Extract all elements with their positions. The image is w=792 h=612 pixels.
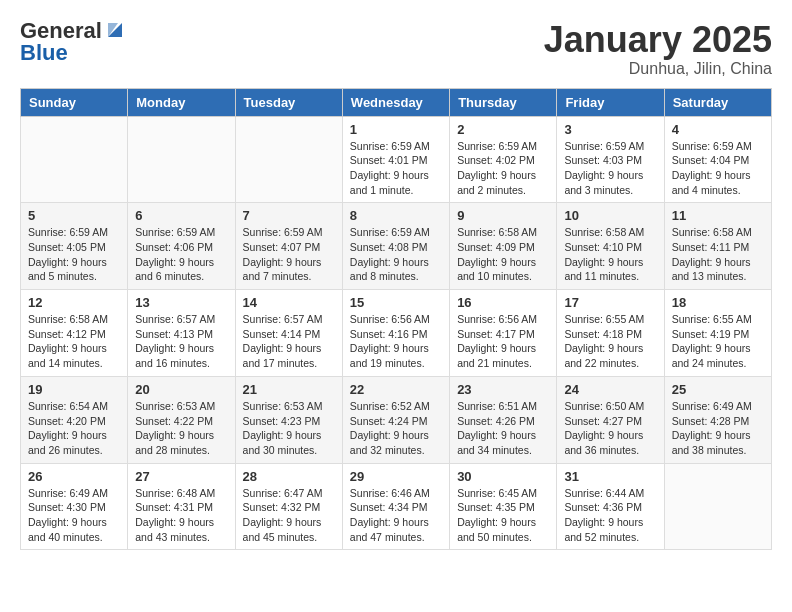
day-info: Sunrise: 6:57 AM Sunset: 4:13 PM Dayligh… (135, 312, 227, 371)
calendar-cell: 17Sunrise: 6:55 AM Sunset: 4:18 PM Dayli… (557, 290, 664, 377)
day-info: Sunrise: 6:56 AM Sunset: 4:16 PM Dayligh… (350, 312, 442, 371)
day-number: 2 (457, 122, 549, 137)
day-info: Sunrise: 6:59 AM Sunset: 4:08 PM Dayligh… (350, 225, 442, 284)
calendar-cell (235, 116, 342, 203)
calendar-cell: 26Sunrise: 6:49 AM Sunset: 4:30 PM Dayli… (21, 463, 128, 550)
day-info: Sunrise: 6:50 AM Sunset: 4:27 PM Dayligh… (564, 399, 656, 458)
day-number: 27 (135, 469, 227, 484)
day-info: Sunrise: 6:59 AM Sunset: 4:03 PM Dayligh… (564, 139, 656, 198)
day-number: 18 (672, 295, 764, 310)
calendar-table: SundayMondayTuesdayWednesdayThursdayFrid… (20, 88, 772, 551)
day-info: Sunrise: 6:58 AM Sunset: 4:11 PM Dayligh… (672, 225, 764, 284)
day-info: Sunrise: 6:57 AM Sunset: 4:14 PM Dayligh… (243, 312, 335, 371)
calendar-cell (664, 463, 771, 550)
calendar-cell: 10Sunrise: 6:58 AM Sunset: 4:10 PM Dayli… (557, 203, 664, 290)
calendar-cell: 22Sunrise: 6:52 AM Sunset: 4:24 PM Dayli… (342, 376, 449, 463)
weekday-header-sunday: Sunday (21, 88, 128, 116)
day-number: 10 (564, 208, 656, 223)
calendar-cell: 7Sunrise: 6:59 AM Sunset: 4:07 PM Daylig… (235, 203, 342, 290)
day-number: 6 (135, 208, 227, 223)
calendar-cell: 19Sunrise: 6:54 AM Sunset: 4:20 PM Dayli… (21, 376, 128, 463)
calendar-cell: 21Sunrise: 6:53 AM Sunset: 4:23 PM Dayli… (235, 376, 342, 463)
day-info: Sunrise: 6:58 AM Sunset: 4:12 PM Dayligh… (28, 312, 120, 371)
day-number: 24 (564, 382, 656, 397)
calendar-cell: 29Sunrise: 6:46 AM Sunset: 4:34 PM Dayli… (342, 463, 449, 550)
day-number: 16 (457, 295, 549, 310)
calendar-cell: 25Sunrise: 6:49 AM Sunset: 4:28 PM Dayli… (664, 376, 771, 463)
calendar-week-5: 26Sunrise: 6:49 AM Sunset: 4:30 PM Dayli… (21, 463, 772, 550)
calendar-cell: 14Sunrise: 6:57 AM Sunset: 4:14 PM Dayli… (235, 290, 342, 377)
day-info: Sunrise: 6:47 AM Sunset: 4:32 PM Dayligh… (243, 486, 335, 545)
day-info: Sunrise: 6:58 AM Sunset: 4:10 PM Dayligh… (564, 225, 656, 284)
day-number: 11 (672, 208, 764, 223)
day-info: Sunrise: 6:55 AM Sunset: 4:18 PM Dayligh… (564, 312, 656, 371)
day-info: Sunrise: 6:45 AM Sunset: 4:35 PM Dayligh… (457, 486, 549, 545)
day-info: Sunrise: 6:55 AM Sunset: 4:19 PM Dayligh… (672, 312, 764, 371)
calendar-cell: 4Sunrise: 6:59 AM Sunset: 4:04 PM Daylig… (664, 116, 771, 203)
calendar-cell: 23Sunrise: 6:51 AM Sunset: 4:26 PM Dayli… (450, 376, 557, 463)
day-info: Sunrise: 6:58 AM Sunset: 4:09 PM Dayligh… (457, 225, 549, 284)
day-number: 1 (350, 122, 442, 137)
logo-icon (104, 19, 126, 41)
day-info: Sunrise: 6:56 AM Sunset: 4:17 PM Dayligh… (457, 312, 549, 371)
calendar-cell: 12Sunrise: 6:58 AM Sunset: 4:12 PM Dayli… (21, 290, 128, 377)
title-block: January 2025 Dunhua, Jilin, China (544, 20, 772, 78)
calendar-cell: 6Sunrise: 6:59 AM Sunset: 4:06 PM Daylig… (128, 203, 235, 290)
day-number: 23 (457, 382, 549, 397)
day-number: 3 (564, 122, 656, 137)
calendar-cell: 28Sunrise: 6:47 AM Sunset: 4:32 PM Dayli… (235, 463, 342, 550)
day-info: Sunrise: 6:53 AM Sunset: 4:23 PM Dayligh… (243, 399, 335, 458)
calendar-cell: 11Sunrise: 6:58 AM Sunset: 4:11 PM Dayli… (664, 203, 771, 290)
day-info: Sunrise: 6:59 AM Sunset: 4:04 PM Dayligh… (672, 139, 764, 198)
day-number: 22 (350, 382, 442, 397)
calendar-cell: 24Sunrise: 6:50 AM Sunset: 4:27 PM Dayli… (557, 376, 664, 463)
weekday-header-wednesday: Wednesday (342, 88, 449, 116)
day-number: 9 (457, 208, 549, 223)
calendar-header-row: SundayMondayTuesdayWednesdayThursdayFrid… (21, 88, 772, 116)
logo: General Blue (20, 20, 126, 64)
page-subtitle: Dunhua, Jilin, China (544, 60, 772, 78)
day-number: 19 (28, 382, 120, 397)
day-info: Sunrise: 6:44 AM Sunset: 4:36 PM Dayligh… (564, 486, 656, 545)
calendar-cell: 5Sunrise: 6:59 AM Sunset: 4:05 PM Daylig… (21, 203, 128, 290)
day-number: 13 (135, 295, 227, 310)
page-header: General Blue January 2025 Dunhua, Jilin,… (20, 20, 772, 78)
day-info: Sunrise: 6:46 AM Sunset: 4:34 PM Dayligh… (350, 486, 442, 545)
calendar-cell: 27Sunrise: 6:48 AM Sunset: 4:31 PM Dayli… (128, 463, 235, 550)
calendar-week-2: 5Sunrise: 6:59 AM Sunset: 4:05 PM Daylig… (21, 203, 772, 290)
day-info: Sunrise: 6:59 AM Sunset: 4:05 PM Dayligh… (28, 225, 120, 284)
day-number: 28 (243, 469, 335, 484)
day-number: 5 (28, 208, 120, 223)
weekday-header-saturday: Saturday (664, 88, 771, 116)
day-number: 15 (350, 295, 442, 310)
day-number: 14 (243, 295, 335, 310)
calendar-week-3: 12Sunrise: 6:58 AM Sunset: 4:12 PM Dayli… (21, 290, 772, 377)
logo-general-text: General (20, 20, 102, 42)
weekday-header-monday: Monday (128, 88, 235, 116)
calendar-cell: 9Sunrise: 6:58 AM Sunset: 4:09 PM Daylig… (450, 203, 557, 290)
calendar-cell: 3Sunrise: 6:59 AM Sunset: 4:03 PM Daylig… (557, 116, 664, 203)
day-info: Sunrise: 6:49 AM Sunset: 4:30 PM Dayligh… (28, 486, 120, 545)
day-info: Sunrise: 6:59 AM Sunset: 4:06 PM Dayligh… (135, 225, 227, 284)
calendar-cell: 16Sunrise: 6:56 AM Sunset: 4:17 PM Dayli… (450, 290, 557, 377)
day-info: Sunrise: 6:59 AM Sunset: 4:02 PM Dayligh… (457, 139, 549, 198)
day-info: Sunrise: 6:49 AM Sunset: 4:28 PM Dayligh… (672, 399, 764, 458)
day-number: 8 (350, 208, 442, 223)
calendar-cell (128, 116, 235, 203)
calendar-week-4: 19Sunrise: 6:54 AM Sunset: 4:20 PM Dayli… (21, 376, 772, 463)
calendar-cell: 1Sunrise: 6:59 AM Sunset: 4:01 PM Daylig… (342, 116, 449, 203)
day-info: Sunrise: 6:59 AM Sunset: 4:01 PM Dayligh… (350, 139, 442, 198)
day-number: 7 (243, 208, 335, 223)
day-number: 31 (564, 469, 656, 484)
page-title: January 2025 (544, 20, 772, 60)
day-number: 21 (243, 382, 335, 397)
weekday-header-thursday: Thursday (450, 88, 557, 116)
calendar-cell: 31Sunrise: 6:44 AM Sunset: 4:36 PM Dayli… (557, 463, 664, 550)
day-number: 30 (457, 469, 549, 484)
calendar-cell: 30Sunrise: 6:45 AM Sunset: 4:35 PM Dayli… (450, 463, 557, 550)
calendar-cell: 2Sunrise: 6:59 AM Sunset: 4:02 PM Daylig… (450, 116, 557, 203)
logo-blue-text: Blue (20, 42, 126, 64)
calendar-cell: 13Sunrise: 6:57 AM Sunset: 4:13 PM Dayli… (128, 290, 235, 377)
calendar-cell: 18Sunrise: 6:55 AM Sunset: 4:19 PM Dayli… (664, 290, 771, 377)
weekday-header-friday: Friday (557, 88, 664, 116)
